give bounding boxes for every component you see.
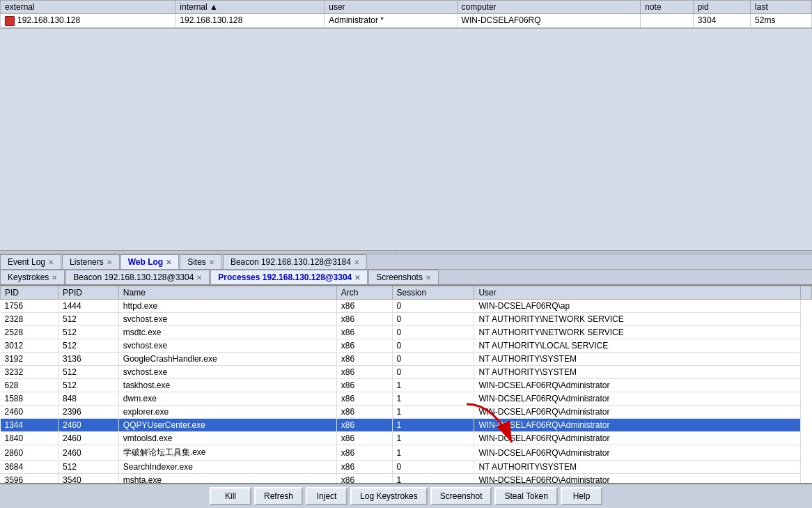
tab-close[interactable]: ✕ <box>52 274 57 282</box>
cell-arch: x86 <box>336 300 392 313</box>
tab-bar-row1: Event Log✕Listeners✕Web Log✕Sites✕Beacon… <box>0 254 812 270</box>
cell-name: taskhost.exe <box>118 379 336 392</box>
cell-pid: 1840 <box>1 432 58 445</box>
cell-user: NT AUTHORITY\NETWORK SERVICE <box>474 313 801 326</box>
col-last[interactable]: last <box>751 1 812 14</box>
process-row[interactable]: 3012512svchost.exex860NT AUTHORITY\LOCAL… <box>1 339 812 353</box>
cell-session: 0 <box>392 366 474 379</box>
col-internal[interactable]: internal ▲ <box>175 1 325 14</box>
cell-name: httpd.exe <box>118 300 336 313</box>
process-row[interactable]: 2328512svchost.exex860NT AUTHORITY\NETWO… <box>1 313 812 326</box>
col-computer[interactable]: computer <box>457 1 641 14</box>
log-keystrokes-button[interactable]: Log Keystrokes <box>350 487 428 505</box>
cell-session: 0 <box>392 461 474 474</box>
cell-arch: x86 <box>336 419 392 432</box>
tab-close[interactable]: ✕ <box>107 259 112 266</box>
col-name[interactable]: Name <box>118 286 336 300</box>
cell-note <box>641 14 693 28</box>
col-pid[interactable]: PID <box>1 286 58 300</box>
col-pid[interactable]: pid <box>693 1 750 14</box>
process-table-container[interactable]: PIDPPIDNameArchSessionUser 17561444httpd… <box>0 286 812 483</box>
tab-close[interactable]: ✕ <box>354 259 359 266</box>
tab2-beacon-192.168.130.128@3304[interactable]: Beacon 192.168.130.128@3304✕ <box>65 270 210 284</box>
inject-button[interactable]: Inject <box>306 487 348 505</box>
cell-user: WIN-DCSELAF06RQ\Administrator <box>474 432 801 445</box>
process-row[interactable]: 18402460vmtoolsd.exex861WIN-DCSELAF06RQ\… <box>1 432 812 445</box>
beacon-row[interactable]: 192.168.130.128 192.168.130.128 Administ… <box>1 14 812 28</box>
cell-pid: 1588 <box>1 392 58 406</box>
cell-pid: 3304 <box>693 14 750 28</box>
cell-pid: 3684 <box>1 461 58 474</box>
cell-ppid: 2396 <box>58 406 119 419</box>
cell-arch: x86 <box>336 445 392 461</box>
tab-close[interactable]: ✕ <box>166 259 171 266</box>
tab-web-log[interactable]: Web Log✕ <box>120 254 179 269</box>
cell-user: WIN-DCSELAF06RQ\Administrator <box>474 379 801 392</box>
tab-sites[interactable]: Sites✕ <box>180 254 222 269</box>
steal-token-button[interactable]: Steal Token <box>494 487 558 505</box>
help-button[interactable]: Help <box>561 487 602 505</box>
cell-name: QQPYUserCenter.exe <box>118 419 336 432</box>
col-ppid[interactable]: PPID <box>58 286 119 300</box>
tab-beacon-192.168.130.128@3184[interactable]: Beacon 192.168.130.128@3184✕ <box>223 254 367 269</box>
cell-session: 1 <box>392 406 474 419</box>
cell-ppid: 2460 <box>58 432 119 445</box>
kill-button[interactable]: Kill <box>210 487 251 505</box>
cell-ppid: 2460 <box>58 419 119 432</box>
cell-name: GoogleCrashHandler.exe <box>118 353 336 366</box>
col-session[interactable]: Session <box>392 286 474 300</box>
process-row[interactable]: 3232512svchost.exex860NT AUTHORITY\SYSTE… <box>1 366 812 379</box>
button-bar: KillRefreshInjectLog KeystrokesScreensho… <box>0 483 812 508</box>
col-arch[interactable]: Arch <box>336 286 392 300</box>
cell-arch: x86 <box>336 392 392 406</box>
process-row[interactable]: 1588848dwm.exex861WIN-DCSELAF06RQ\Admini… <box>1 392 812 406</box>
cell-computer: WIN-DCSELAF06RQ <box>457 14 641 28</box>
cell-name: svchost.exe <box>118 366 336 379</box>
beacon-table: external internal ▲ user computer note p… <box>0 0 812 28</box>
cell-pid: 3192 <box>1 353 58 366</box>
tab-event-log[interactable]: Event Log✕ <box>0 254 61 269</box>
cell-session: 0 <box>392 326 474 339</box>
cell-session: 1 <box>392 474 474 483</box>
cell-session: 1 <box>392 419 474 432</box>
cell-user: WIN-DCSELAF06RQ\ap <box>474 300 801 313</box>
refresh-button[interactable]: Refresh <box>254 487 303 505</box>
tab-close[interactable]: ✕ <box>209 259 214 266</box>
cell-external: 192.168.130.128 <box>1 14 175 28</box>
tab-close[interactable]: ✕ <box>425 274 431 282</box>
screenshot-button[interactable]: Screenshot <box>430 487 492 505</box>
process-row[interactable]: 17561444httpd.exex860WIN-DCSELAF06RQ\ap <box>1 300 812 313</box>
process-row[interactable]: 3684512SearchIndexer.exex860NT AUTHORITY… <box>1 461 812 474</box>
cell-user: NT AUTHORITY\SYSTEM <box>474 461 801 474</box>
col-external[interactable]: external <box>1 1 175 14</box>
process-row[interactable]: 2528512msdtc.exex860NT AUTHORITY\NETWORK… <box>1 326 812 339</box>
cell-ppid: 2460 <box>58 445 119 461</box>
cell-user: NT AUTHORITY\SYSTEM <box>474 353 801 366</box>
cell-user: NT AUTHORITY\SYSTEM <box>474 366 801 379</box>
tab-close[interactable]: ✕ <box>354 274 360 282</box>
process-row[interactable]: 28602460学破解论坛工具集.exex861WIN-DCSELAF06RQ\… <box>1 445 812 461</box>
process-row[interactable]: 628512taskhost.exex861WIN-DCSELAF06RQ\Ad… <box>1 379 812 392</box>
cell-arch: x86 <box>336 406 392 419</box>
cell-name: svchost.exe <box>118 339 336 353</box>
cell-arch: x86 <box>336 326 392 339</box>
process-row[interactable]: 31923136GoogleCrashHandler.exex860NT AUT… <box>1 353 812 366</box>
tab2-screenshots[interactable]: Screenshots✕ <box>368 270 439 284</box>
process-row[interactable]: 24602396explorer.exex861WIN-DCSELAF06RQ\… <box>1 406 812 419</box>
tab-listeners[interactable]: Listeners✕ <box>62 254 120 269</box>
col-user[interactable]: User <box>474 286 801 300</box>
tab-close[interactable]: ✕ <box>196 274 202 282</box>
col-note[interactable]: note <box>641 1 693 14</box>
col-user[interactable]: user <box>325 1 457 14</box>
cell-pid: 3232 <box>1 366 58 379</box>
cell-pid: 2860 <box>1 445 58 461</box>
cell-user: WIN-DCSELAF06RQ\Administrator <box>474 474 801 483</box>
middle-empty-area <box>0 29 812 251</box>
process-row[interactable]: 13442460QQPYUserCenter.exex861WIN-DCSELA… <box>1 419 812 432</box>
tab-close[interactable]: ✕ <box>48 259 54 266</box>
process-row[interactable]: 35963540mshta.exex861WIN-DCSELAF06RQ\Adm… <box>1 474 812 483</box>
tab2-processes-192.168.130.128@3304[interactable]: Processes 192.168.130.128@3304✕ <box>210 270 368 284</box>
cell-ppid: 512 <box>58 461 119 474</box>
tab2-keystrokes[interactable]: Keystrokes✕ <box>0 270 65 284</box>
cell-pid: 628 <box>1 379 58 392</box>
